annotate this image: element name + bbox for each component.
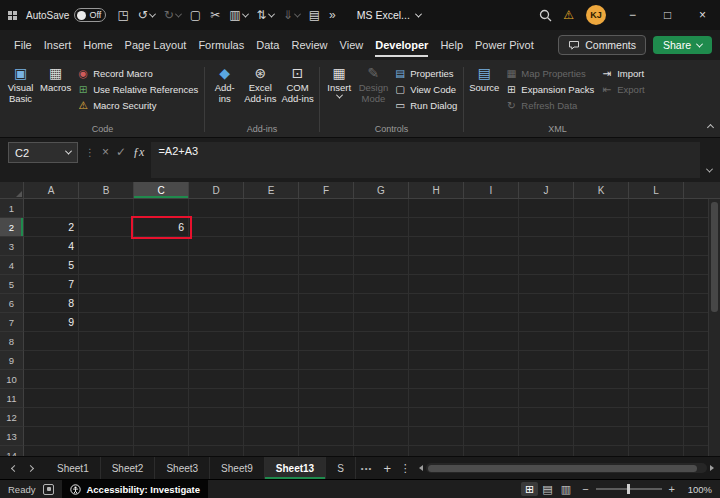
cell-b4[interactable] [79,256,134,275]
record-macro-button[interactable]: ◉Record Macro [77,67,198,79]
close-button[interactable]: × [685,0,720,30]
column-header-i[interactable]: I [464,182,519,199]
cell-i9[interactable] [464,351,519,370]
cell-e6[interactable] [244,294,299,313]
cancel-button[interactable]: × [102,142,109,163]
formula-bar-expand-button[interactable] [707,142,712,178]
cell-a2[interactable]: 2 [24,218,79,237]
cell-b2[interactable] [79,218,134,237]
zoom-in-button[interactable]: + [669,483,675,495]
cell-k11[interactable] [574,389,629,408]
cell-g11[interactable] [354,389,409,408]
cell-l9[interactable] [629,351,684,370]
cell-j5[interactable] [519,275,574,294]
cell-e14[interactable] [244,446,299,456]
cell-l8[interactable] [629,332,684,351]
insert-control-button[interactable]: ▦Insert [323,63,356,100]
cut-button[interactable]: ✂ [206,6,224,24]
save-button[interactable]: ◳ [113,6,132,24]
cell-e7[interactable] [244,313,299,332]
cell-c5[interactable] [134,275,189,294]
cell-k6[interactable] [574,294,629,313]
cell-a6[interactable]: 8 [24,294,79,313]
cell-k14[interactable] [574,446,629,456]
cell-i14[interactable] [464,446,519,456]
row-header-14[interactable]: 14 [0,446,24,456]
column-header-k[interactable]: K [574,182,629,199]
column-header-b[interactable]: B [79,182,134,199]
sheet-tab-sheet1[interactable]: Sheet1 [46,457,101,479]
cell-l4[interactable] [629,256,684,275]
autosave-toggle[interactable]: AutoSave Off [26,8,106,22]
cell-l11[interactable] [629,389,684,408]
cell-d12[interactable] [189,408,244,427]
cell-b5[interactable] [79,275,134,294]
new-sheet-button[interactable]: + [377,461,397,476]
app-launcher-icon[interactable] [8,11,17,20]
add-ins-button[interactable]: ◆Add-ins [208,63,241,105]
cell-j12[interactable] [519,408,574,427]
undo-button[interactable]: ↺ [134,6,159,24]
cell-g6[interactable] [354,294,409,313]
column-header-h[interactable]: H [409,182,464,199]
cell-l10[interactable] [629,370,684,389]
cell-i3[interactable] [464,237,519,256]
cell-e11[interactable] [244,389,299,408]
cell-i5[interactable] [464,275,519,294]
comments-button[interactable]: Comments [558,35,646,55]
row-header-1[interactable]: 1 [0,199,24,218]
cell-a11[interactable] [24,389,79,408]
cell-l3[interactable] [629,237,684,256]
cell-b12[interactable] [79,408,134,427]
cell-c8[interactable] [134,332,189,351]
cell-a14[interactable] [24,446,79,456]
cell-i10[interactable] [464,370,519,389]
cell-h11[interactable] [409,389,464,408]
tab-home[interactable]: Home [77,30,118,60]
cell-f11[interactable] [299,389,354,408]
column-header-f[interactable]: F [299,182,354,199]
com-add-ins-button[interactable]: ⊡COMAdd-ins [279,63,315,105]
cell-b7[interactable] [79,313,134,332]
row-header-6[interactable]: 6 [0,294,24,313]
zoom-level[interactable]: 100% [682,484,712,495]
cell-e12[interactable] [244,408,299,427]
cell-c14[interactable] [134,446,189,456]
cell-f12[interactable] [299,408,354,427]
vertical-scrollbar[interactable] [708,199,720,456]
zoom-slider-thumb[interactable] [627,484,630,494]
cell-e2[interactable] [244,218,299,237]
cell-e13[interactable] [244,427,299,446]
cell-a12[interactable] [24,408,79,427]
cell-d1[interactable] [189,199,244,218]
cell-h12[interactable] [409,408,464,427]
cell-d10[interactable] [189,370,244,389]
row-header-4[interactable]: 4 [0,256,24,275]
page-break-view-button[interactable]: ▥ [557,482,575,496]
cell-e3[interactable] [244,237,299,256]
cell-j4[interactable] [519,256,574,275]
tab-file[interactable]: File [8,30,38,60]
cell-g1[interactable] [354,199,409,218]
cell-g4[interactable] [354,256,409,275]
sheet-nav-right-button[interactable] [22,457,38,479]
cell-b8[interactable] [79,332,134,351]
cell-g9[interactable] [354,351,409,370]
cell-g5[interactable] [354,275,409,294]
cell-h2[interactable] [409,218,464,237]
cell-f4[interactable] [299,256,354,275]
cell-l12[interactable] [629,408,684,427]
row-header-11[interactable]: 11 [0,389,24,408]
cell-e5[interactable] [244,275,299,294]
cell-b1[interactable] [79,199,134,218]
column-header-e[interactable]: E [244,182,299,199]
row-header-12[interactable]: 12 [0,408,24,427]
cell-h3[interactable] [409,237,464,256]
cell-h8[interactable] [409,332,464,351]
sheet-options-button[interactable]: ⋮ [397,462,413,475]
cell-j2[interactable] [519,218,574,237]
cell-c9[interactable] [134,351,189,370]
sheet-nav-left-button[interactable] [6,457,22,479]
cell-f7[interactable] [299,313,354,332]
scroll-right-arrow[interactable] [710,465,714,471]
